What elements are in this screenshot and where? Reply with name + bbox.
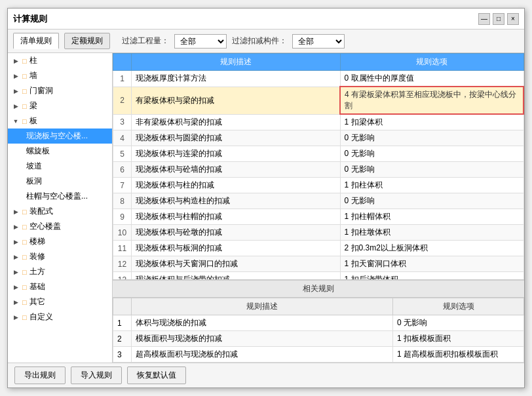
arrow-tufa: ▶ bbox=[12, 268, 20, 276]
table-row[interactable]: 9现浇板体积与柱帽的扣减1 扣柱帽体积 bbox=[113, 209, 524, 225]
tree-item-banjian[interactable]: 板洞 bbox=[8, 174, 112, 189]
content-area: ▶ □ 柱 ▶ □ 墙 ▶ □ 门窗洞 ▶ □ 梁 ▼ □ 板 bbox=[8, 53, 524, 363]
table-row[interactable]: 6现浇板体积与砼墙的扣减0 无影响 bbox=[113, 162, 524, 178]
row-num: 10 bbox=[113, 225, 132, 241]
tree-item-louti[interactable]: ▶ □ 楼梯 bbox=[8, 234, 112, 249]
arrow-kongxin: ▶ bbox=[12, 223, 20, 231]
row-desc: 现浇板体积与连梁的扣减 bbox=[132, 146, 341, 162]
arrow-jichu: ▶ bbox=[12, 283, 20, 291]
related-row-desc: 体积与现浇板的扣减 bbox=[132, 315, 393, 331]
close-button[interactable]: × bbox=[507, 13, 519, 25]
related-col-opt: 规则选项 bbox=[393, 298, 524, 315]
tree-item-zhuangxiu[interactable]: ▶ □ 装修 bbox=[8, 249, 112, 264]
related-table-row[interactable]: 2模板面积与现浇板的扣减1 扣板模板面积 bbox=[113, 331, 524, 347]
arrow-menchuang: ▶ bbox=[12, 87, 20, 95]
tree-item-luoxuan[interactable]: 螺旋板 bbox=[8, 144, 112, 159]
table-row[interactable]: 7现浇板体积与柱的扣减1 扣柱体积 bbox=[113, 178, 524, 193]
tree-label-qiang: 墙 bbox=[29, 70, 37, 81]
tree-item-zhujian[interactable]: 柱帽与空心楼盖... bbox=[8, 189, 112, 204]
related-row-opt: 1 超高模板面积扣板模板面积 bbox=[393, 347, 524, 363]
title-bar-left: 计算规则 bbox=[13, 13, 47, 25]
table-row[interactable]: 2有梁板体积与梁的扣减4 有梁板梁体积算至相应现浇板中，按梁中心线分割 bbox=[113, 87, 524, 114]
filter-select-2[interactable]: 全部 bbox=[292, 34, 345, 49]
main-window: 计算规则 — □ × 清单规则 定额规则 过滤工程量： 全部 过滤扣减构件： 全… bbox=[7, 8, 525, 388]
export-rules-button[interactable]: 导出规则 bbox=[14, 366, 66, 384]
window-title: 计算规则 bbox=[13, 13, 47, 25]
import-rules-button[interactable]: 导入规则 bbox=[71, 366, 122, 384]
row-opt: 2 扣0.3m2以上板洞体积 bbox=[340, 241, 523, 256]
row-desc: 现浇板体积与构造柱的扣减 bbox=[132, 193, 341, 209]
related-rules-header: 相关规则 bbox=[113, 280, 524, 298]
table-row[interactable]: 8现浇板体积与构造柱的扣减0 无影响 bbox=[113, 193, 524, 209]
table-row[interactable]: 1现浇板厚度计算方法0 取属性中的厚度值 bbox=[113, 71, 524, 87]
tab-dinge[interactable]: 定额规则 bbox=[64, 33, 110, 49]
tree-panel: ▶ □ 柱 ▶ □ 墙 ▶ □ 门窗洞 ▶ □ 梁 ▼ □ 板 bbox=[8, 53, 113, 363]
related-table: 规则描述 规则选项 1体积与现浇板的扣减0 无影响2模板面积与现浇板的扣减1 扣… bbox=[113, 298, 524, 363]
table-row[interactable]: 4现浇板体积与圆梁的扣减0 无影响 bbox=[113, 130, 524, 146]
row-opt: 4 有梁板梁体积算至相应现浇板中，按梁中心线分割 bbox=[340, 87, 523, 114]
related-row-num: 3 bbox=[113, 347, 132, 363]
related-table-row[interactable]: 3超高模板面积与现浇板的扣减1 超高模板面积扣板模板面积 bbox=[113, 347, 524, 363]
related-table-container: 规则描述 规则选项 1体积与现浇板的扣减0 无影响2模板面积与现浇板的扣减1 扣… bbox=[113, 298, 524, 363]
row-desc: 现浇板体积与砼墙的扣减 bbox=[132, 162, 341, 178]
title-bar-controls: — □ × bbox=[478, 13, 519, 25]
tree-label-zhujian: 柱帽与空心楼盖... bbox=[26, 191, 88, 202]
row-num: 3 bbox=[113, 114, 132, 130]
folder-icon-qiang: □ bbox=[22, 72, 27, 80]
row-opt: 0 取属性中的厚度值 bbox=[340, 71, 523, 87]
folder-icon-tufa: □ bbox=[22, 268, 27, 276]
arrow-qita: ▶ bbox=[12, 298, 20, 306]
tree-item-xianjiao[interactable]: 现浇板与空心楼... bbox=[8, 129, 112, 144]
row-desc: 有梁板体积与梁的扣减 bbox=[132, 87, 341, 114]
folder-icon-menchuang: □ bbox=[22, 87, 27, 95]
maximize-button[interactable]: □ bbox=[493, 13, 504, 25]
tree-label-jichu: 基础 bbox=[29, 281, 45, 292]
filter-select-1[interactable]: 全部 bbox=[174, 34, 227, 49]
tree-item-podao[interactable]: 坡道 bbox=[8, 159, 112, 174]
tree-label-kongxin: 空心楼盖 bbox=[29, 221, 61, 232]
tree-item-qita[interactable]: ▶ □ 其它 bbox=[8, 294, 112, 309]
minimize-button[interactable]: — bbox=[478, 13, 490, 25]
tree-item-kongxin[interactable]: ▶ □ 空心楼盖 bbox=[8, 219, 112, 234]
tree-item-jichu[interactable]: ▶ □ 基础 bbox=[8, 279, 112, 294]
tab-qingdan[interactable]: 清单规则 bbox=[13, 33, 59, 49]
row-desc: 非有梁板体积与梁的扣减 bbox=[132, 114, 341, 130]
filter-label-2: 过滤扣减构件： bbox=[232, 35, 287, 47]
tree-label-ban: 板 bbox=[29, 115, 37, 127]
row-num: 8 bbox=[113, 193, 132, 209]
tree-label-liang: 梁 bbox=[29, 100, 37, 111]
tree-item-zhuangshi[interactable]: ▶ □ 装配式 bbox=[8, 204, 112, 219]
tree-label-luoxuan: 螺旋板 bbox=[26, 146, 50, 157]
row-num: 4 bbox=[113, 130, 132, 146]
row-desc: 现浇板体积与板洞的扣减 bbox=[132, 241, 341, 256]
tree-item-qiang[interactable]: ▶ □ 墙 bbox=[8, 68, 112, 83]
row-desc: 现浇板体积与砼墩的扣减 bbox=[132, 225, 341, 241]
row-num: 5 bbox=[113, 146, 132, 162]
folder-icon-ziding: □ bbox=[22, 313, 27, 321]
row-desc: 现浇板体积与天窗洞口的扣减 bbox=[132, 256, 341, 272]
row-opt: 1 扣柱墩体积 bbox=[340, 225, 523, 241]
table-row[interactable]: 10现浇板体积与砼墩的扣减1 扣柱墩体积 bbox=[113, 225, 524, 241]
table-row[interactable]: 11现浇板体积与板洞的扣减2 扣0.3m2以上板洞体积 bbox=[113, 241, 524, 256]
restore-defaults-button[interactable]: 恢复默认值 bbox=[127, 366, 186, 384]
folder-icon-kongxin: □ bbox=[22, 223, 27, 231]
related-col-num bbox=[113, 298, 132, 315]
related-table-row[interactable]: 1体积与现浇板的扣减0 无影响 bbox=[113, 315, 524, 331]
tree-label-banjian: 板洞 bbox=[26, 176, 42, 187]
tree-item-liang[interactable]: ▶ □ 梁 bbox=[8, 98, 112, 113]
tree-item-ziding[interactable]: ▶ □ 自定义 bbox=[8, 309, 112, 325]
folder-icon-jichu: □ bbox=[22, 283, 27, 291]
row-opt: 1 扣柱帽体积 bbox=[340, 209, 523, 225]
table-row[interactable]: 13现浇板体积与后浇带的扣减1 扣后浇带体积 bbox=[113, 272, 524, 281]
arrow-ban: ▼ bbox=[12, 117, 20, 125]
tree-item-ban[interactable]: ▼ □ 板 bbox=[8, 113, 112, 129]
table-row[interactable]: 5现浇板体积与连梁的扣减0 无影响 bbox=[113, 146, 524, 162]
table-row[interactable]: 3非有梁板体积与梁的扣减1 扣梁体积 bbox=[113, 114, 524, 130]
footer: 导出规则 导入规则 恢复默认值 bbox=[8, 363, 524, 387]
tree-label-xianjiao: 现浇板与空心楼... bbox=[26, 130, 88, 142]
tree-item-zhu[interactable]: ▶ □ 柱 bbox=[8, 53, 112, 68]
table-row[interactable]: 12现浇板体积与天窗洞口的扣减1 扣天窗洞口体积 bbox=[113, 256, 524, 272]
tree-item-tufa[interactable]: ▶ □ 土方 bbox=[8, 264, 112, 279]
row-opt: 1 扣后浇带体积 bbox=[340, 272, 523, 281]
tree-item-menchuang[interactable]: ▶ □ 门窗洞 bbox=[8, 83, 112, 98]
